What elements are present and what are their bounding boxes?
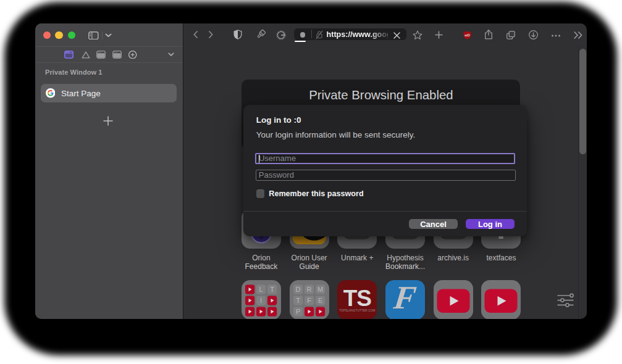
svg-text:T: T (296, 297, 300, 304)
svg-text:M: M (317, 286, 323, 293)
svg-text:P: P (296, 308, 300, 315)
svg-text:L: L (259, 286, 263, 293)
svg-text:F: F (307, 297, 311, 304)
svg-text:R: R (306, 286, 311, 293)
svg-text:D: D (295, 286, 300, 293)
svg-text:T: T (270, 286, 274, 293)
svg-text:E: E (318, 297, 322, 304)
svg-text:uO: uO (464, 33, 470, 36)
svg-text:I: I (260, 297, 262, 304)
